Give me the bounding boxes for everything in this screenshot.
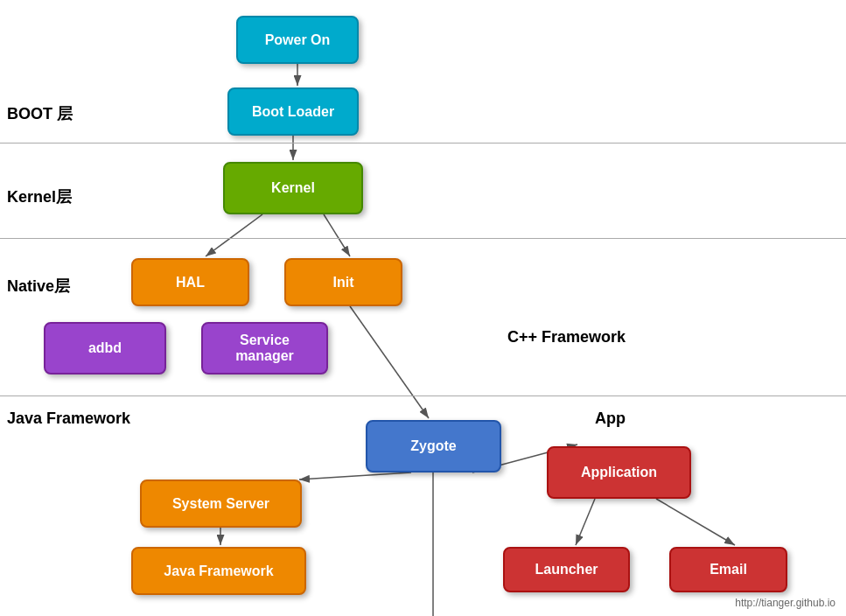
zygote-box: Zygote [366, 420, 501, 472]
boot-loader-box: Boot Loader [227, 88, 359, 136]
boot-layer-label: BOOT 层 [7, 103, 73, 124]
native-layer-label: Native层 [7, 276, 70, 297]
arrows-svg [0, 0, 846, 616]
cpp-fw-label: C++ Framework [507, 328, 626, 346]
java-fw-label: Java Framework [7, 410, 130, 428]
svg-line-4 [324, 214, 350, 256]
line-native [0, 396, 846, 396]
line-kernel [0, 238, 846, 239]
system-server-box: System Server [140, 480, 302, 528]
init-box: Init [284, 258, 402, 306]
kernel-box: Kernel [223, 162, 363, 214]
app-label: App [595, 410, 626, 428]
diagram-container: BOOT 层 Kernel层 Native层 C++ Framework Jav… [0, 0, 846, 616]
service-manager-box: Service manager [201, 322, 328, 374]
svg-line-3 [206, 214, 262, 256]
email-box: Email [669, 547, 787, 592]
watermark: http://tianger.github.io [735, 597, 836, 609]
java-framework-box: Java Framework [131, 547, 306, 595]
line-boot [0, 143, 846, 144]
svg-line-10 [656, 499, 735, 545]
power-on-box: Power On [236, 16, 359, 64]
svg-line-9 [576, 499, 595, 545]
kernel-layer-label: Kernel层 [7, 186, 72, 207]
launcher-box: Launcher [503, 547, 630, 592]
application-box: Application [547, 446, 691, 499]
hal-box: HAL [131, 258, 249, 306]
svg-line-5 [350, 306, 429, 418]
adbd-box: adbd [44, 322, 166, 374]
svg-line-6 [299, 472, 411, 480]
